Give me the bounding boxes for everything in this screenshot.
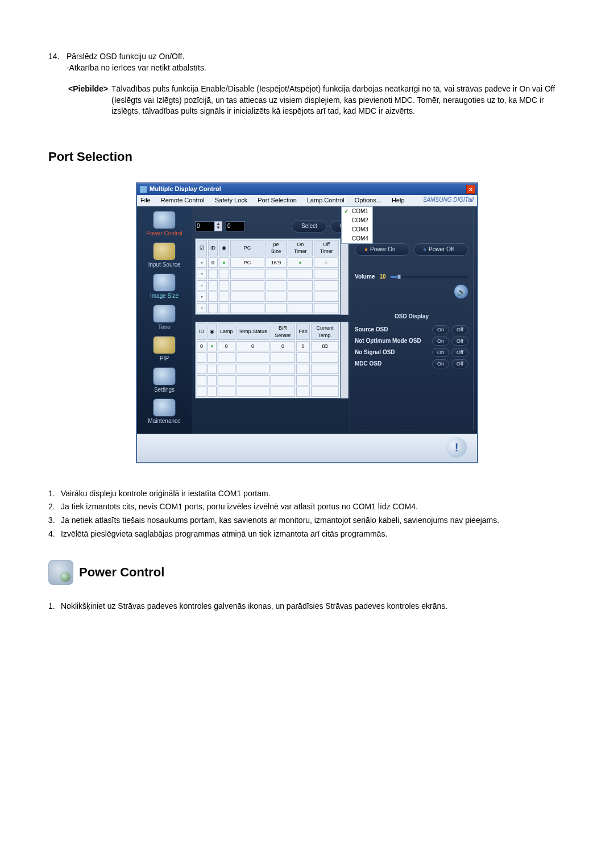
sidebar-label-pip: PIP: [140, 355, 189, 363]
col2-temp: Temp.Status: [237, 323, 269, 340]
footer-bar: !: [137, 434, 477, 462]
close-icon[interactable]: ×: [466, 185, 475, 194]
status-dot-icon: ◉: [210, 329, 214, 334]
osd-source-label: Source OSD: [355, 326, 430, 334]
port-option-com4[interactable]: COM4: [342, 234, 372, 243]
power-icon: [153, 211, 176, 229]
table-row: [197, 375, 339, 385]
menu-safety-lock[interactable]: Safety Lock: [215, 196, 247, 205]
volume-control[interactable]: Volume 10: [355, 273, 468, 281]
intro-text: Pārslēdz OSD funkciju uz On/Off. -Atkarī…: [67, 51, 561, 73]
sidebar-item-settings[interactable]: Settings: [140, 366, 189, 394]
status-table[interactable]: ID ◉ Lamp Temp.Status B/R Senser Fan Cur…: [195, 322, 341, 398]
power-off-button[interactable]: Power Off: [413, 243, 468, 256]
sidebar-item-input-source[interactable]: Input Source: [140, 241, 189, 269]
menu-port-selection[interactable]: Port Selection: [258, 196, 296, 205]
power-control-icon: [48, 560, 73, 585]
osd-mdc-on[interactable]: On: [432, 359, 449, 368]
spin-2[interactable]: [226, 221, 245, 231]
power-button-row: Power On Power Off: [355, 243, 468, 256]
pip-icon: [153, 336, 176, 354]
spin-2-input[interactable]: [226, 221, 245, 231]
brand-label: SAMSUNG DIGITall: [423, 196, 474, 204]
note-block: <Piebilde> Tālvadības pults funkcija Ena…: [68, 84, 566, 117]
note-label: <Piebilde>: [68, 84, 108, 117]
power-on-button[interactable]: Power On: [355, 243, 410, 256]
table-row: ▫: [197, 280, 339, 290]
section-title-port-selection: Port Selection: [48, 148, 566, 166]
col-pc: PC: [230, 240, 264, 256]
speaker-icon[interactable]: 🔊: [454, 284, 468, 299]
checkbox-icon[interactable]: ☑: [200, 245, 204, 251]
intro-line2: -Atkarībā no ierīces var netikt atbalstī…: [67, 63, 206, 72]
table-row: ▫: [197, 269, 339, 279]
intro-line1: Pārslēdz OSD funkciju uz On/Off.: [67, 52, 185, 61]
section-title-power-control: Power Control: [79, 564, 164, 582]
osd-source-on[interactable]: On: [432, 325, 449, 334]
col2-br: B/R Senser: [271, 323, 296, 340]
table-row: [197, 364, 339, 374]
osd-optimum-off[interactable]: Off: [451, 337, 468, 346]
sidebar-label-maintenance: Maintenance: [140, 417, 189, 425]
osd-optimum-on[interactable]: On: [432, 337, 449, 346]
volume-value: 10: [379, 273, 385, 281]
osd-nosignal-label: No Signal OSD: [355, 348, 430, 356]
col2-cur: Current Temp.: [311, 323, 339, 340]
menubar: File Remote Control Safety Lock Port Sel…: [137, 195, 477, 206]
sidebar-label-power: Power Control: [140, 230, 189, 238]
sidebar-item-maintenance[interactable]: Maintenance: [140, 397, 189, 425]
port-selection-notes: 1.Vairāku displeju kontrole oriģinālā ir…: [48, 488, 566, 539]
scrollbar[interactable]: [341, 322, 349, 398]
port-option-com1[interactable]: ✓COM1: [342, 207, 372, 216]
app-icon: [139, 185, 147, 193]
sidebar-item-image-size[interactable]: Image Size: [140, 272, 189, 300]
osd-mdc-off[interactable]: Off: [451, 359, 468, 368]
osd-mdc-label: MDC OSD: [355, 360, 430, 368]
port-option-com3[interactable]: COM3: [342, 225, 372, 234]
menu-remote-control[interactable]: Remote Control: [161, 196, 205, 205]
spin-1-input[interactable]: [195, 221, 214, 231]
sidebar-item-time[interactable]: Time: [140, 304, 189, 331]
row-checkbox[interactable]: ▫: [201, 260, 202, 265]
image-size-icon: [153, 273, 176, 292]
col2-lamp: Lamp: [218, 323, 235, 340]
sidebar-label-settings: Settings: [140, 386, 189, 394]
sidebar-item-power-control[interactable]: Power Control: [140, 210, 189, 238]
select-button[interactable]: Select: [292, 220, 327, 232]
check-icon: ✓: [344, 207, 352, 215]
input-source-icon: [153, 242, 176, 260]
menu-file[interactable]: File: [140, 196, 151, 205]
table-row[interactable]: ▫ 0 ● PC 16:9 ● ○: [197, 258, 339, 268]
col-on-timer: On Timer: [288, 240, 313, 256]
sidebar-label-input: Input Source: [140, 261, 189, 269]
port-option-com2[interactable]: COM2: [342, 216, 372, 225]
osd-nosignal-off[interactable]: Off: [451, 348, 468, 357]
time-icon: [153, 305, 176, 323]
list-item: 1.Noklikšķiniet uz Strāvas padeves kontr…: [48, 601, 566, 612]
port-selection-dropdown[interactable]: ✓COM1 COM2 COM3 COM4: [341, 206, 373, 244]
titlebar[interactable]: Multiple Display Control ×: [137, 184, 477, 195]
spin-1[interactable]: ▲▼: [195, 221, 222, 231]
volume-slider[interactable]: [391, 276, 468, 278]
spin-1-arrows[interactable]: ▲▼: [214, 221, 222, 231]
col-size: pe Size: [265, 240, 287, 256]
osd-row-nosignal: No Signal OSD On Off: [355, 348, 468, 357]
sidebar-item-pip[interactable]: PIP: [140, 335, 189, 363]
lamp-header-icon: ◉: [222, 245, 226, 251]
note-body: Tālvadības pults funkcija Enable/Disable…: [111, 84, 566, 117]
main-pane: Idle Refresh ▲▼ Select Clear ☑: [192, 206, 477, 434]
slider-handle[interactable]: [397, 275, 401, 279]
sidebar-label-image: Image Size: [140, 292, 189, 300]
table-row: [197, 352, 339, 363]
menu-options[interactable]: Options...: [355, 196, 381, 205]
display-table[interactable]: ☑ ID ◉ PC pe Size On Timer Off Timer ▫ 0…: [195, 238, 341, 315]
sidebar: Power Control Input Source Image Size Ti…: [137, 206, 192, 434]
maintenance-icon: [153, 398, 176, 417]
col-id: ID: [208, 240, 218, 256]
menu-help[interactable]: Help: [392, 196, 405, 205]
osd-nosignal-on[interactable]: On: [432, 348, 449, 357]
table-row[interactable]: 0 ● 0 0 0 0 83: [197, 341, 339, 351]
osd-source-off[interactable]: Off: [451, 325, 468, 334]
scrollbar[interactable]: [341, 238, 349, 315]
menu-lamp-control[interactable]: Lamp Control: [307, 196, 345, 205]
